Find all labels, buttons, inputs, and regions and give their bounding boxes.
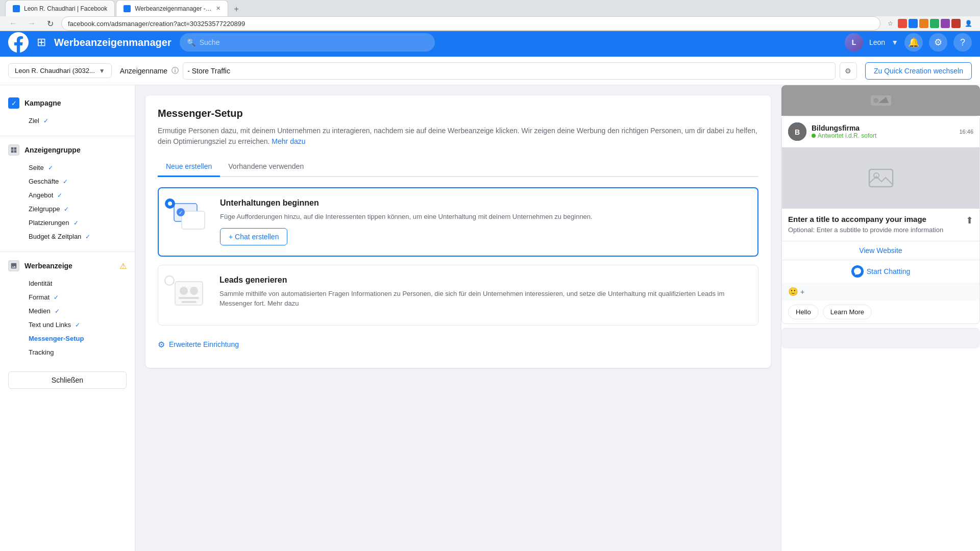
sidebar-item-messenger-setup[interactable]: Messenger-Setup [8,332,127,345]
sidebar-item-medien[interactable]: Medien ✓ [8,304,127,318]
adname-label: Anzeigenname [120,67,167,75]
adname-section: Anzeigenname ⓘ ⚙ [120,62,857,80]
format-label: Format [29,293,50,301]
sidebar-item-identitaet[interactable]: Identität [8,277,127,290]
settings-icon[interactable]: ⚙ [929,33,947,52]
leads-mehr-dazu-link[interactable]: Mehr dazu [267,299,299,307]
sidebar-item-platzierungen[interactable]: Platzierungen ✓ [8,216,127,230]
profile-icon[interactable]: 👤 [963,18,974,29]
help-icon[interactable]: ? [953,33,972,52]
settings-advanced-icon: ⚙ [158,340,165,349]
ext-4 [930,19,939,28]
adname-input[interactable] [183,62,836,80]
svg-rect-14 [869,169,893,187]
user-dropdown-icon[interactable]: ▼ [891,38,898,46]
share-icon[interactable]: ⬆ [966,215,973,226]
messenger-actions: View Website Start Chatting [782,241,979,283]
adname-info-icon[interactable]: ⓘ [172,66,179,76]
option-content-2: Leads generieren Sammle mithilfe von aut… [219,276,748,315]
chat-erstellen-button[interactable]: + Chat erstellen [220,228,287,245]
emoji-count: + [800,288,804,296]
sidebar-section-anzeigengruppe: Anzeigengruppe Seite ✓ Geschäfte ✓ Angeb… [0,140,135,247]
image-placeholder-icon [868,165,894,191]
messenger-setup-card: Messenger-Setup Ermutige Personen dazu, … [145,95,771,368]
seite-label: Seite [29,164,44,171]
werbeanzeige-header[interactable]: Werbeanzeige ⚠ [8,260,127,271]
quick-reply-learn-more[interactable]: Learn More [823,305,872,319]
user-name: Leon [869,38,885,46]
tab-favicon-1 [13,5,20,12]
option-title-1: Unterhaltungen beginnen [220,198,747,208]
view-website-button[interactable]: View Website [782,241,979,260]
tab-neue-erstellen[interactable]: Neue erstellen [158,157,220,177]
close-button[interactable]: Schließen [8,371,127,389]
start-chatting-button[interactable]: Start Chatting [782,260,979,283]
new-tab-button[interactable]: + [229,2,243,16]
adname-settings-icon[interactable]: ⚙ [840,62,857,80]
quick-creation-button[interactable]: Zu Quick Creation wechseln [865,62,972,80]
forward-button[interactable]: → [24,16,39,31]
sidebar-item-format[interactable]: Format ✓ [8,290,127,304]
advanced-setup-label: Erweiterte Einrichtung [169,340,239,348]
sidebar-item-angebot[interactable]: Angebot ✓ [8,188,127,202]
fb-logo [8,32,29,53]
kampagne-header[interactable]: ✓ Kampagne [8,97,127,109]
svg-text:B: B [795,128,800,136]
status-dot [812,134,816,138]
warning-icon: ⚠ [119,261,127,271]
sidebar-item-text-links[interactable]: Text und Links ✓ [8,318,127,332]
option-title-2: Leads generieren [219,276,748,285]
tab-vorhandene-verwenden[interactable]: Vorhandene verwenden [220,157,312,177]
sidebar-section-kampagne: ✓ Kampagne Ziel ✓ [0,93,135,132]
sidebar-item-seite[interactable]: Seite ✓ [8,161,127,174]
messenger-setup-label: Messenger-Setup [29,335,84,342]
sidebar-item-zielgruppe[interactable]: Zielgruppe ✓ [8,202,127,216]
advanced-setup[interactable]: ⚙ Erweiterte Einrichtung [158,334,758,356]
close-tab-icon[interactable]: ✕ [216,5,220,12]
sidebar-item-tracking[interactable]: Tracking [8,345,127,359]
sidebar-item-ziel[interactable]: Ziel ✓ [8,114,127,128]
content-area: Messenger-Setup Ermutige Personen dazu, … [135,85,980,551]
anzeigengruppe-header[interactable]: Anzeigengruppe [8,144,127,156]
quick-reply-hello[interactable]: Hello [788,305,819,319]
kampagne-icon: ✓ [8,97,19,109]
werbeanzeige-icon [8,260,19,271]
option-card-leads[interactable]: Leads generieren Sammle mithilfe von aut… [158,265,758,325]
chat-illustration: ✓ [172,198,207,234]
ext-6 [951,19,961,28]
sidebar-section-werbeanzeige: Werbeanzeige ⚠ Identität Format ✓ Medien… [0,256,135,363]
notifications-icon[interactable]: 🔔 [904,33,923,52]
account-selector[interactable]: Leon R. Chaudhari (3032... ▼ [8,63,112,78]
back-button[interactable]: ← [6,16,20,31]
browser-icons: ☆ 👤 [885,18,974,29]
tab-favicon-2 [124,5,131,12]
radio-unchecked-icon [164,276,175,286]
option-desc-1: Füge Aufforderungen hinzu, auf die Inter… [220,212,747,222]
platzierungen-check-icon: ✓ [74,219,79,227]
messenger-company-info: Bildungsfirma Antwortet i.d.R. sofort [812,124,876,139]
anzeigengruppe-icon [8,144,19,156]
avatar: L [845,33,863,52]
search-icon: 🔍 [187,38,195,46]
extension-icons [898,18,961,29]
search-input[interactable] [200,38,428,46]
browser-tab-1[interactable]: Leon R. Chaudhari | Facebook [5,0,115,16]
preview-bottom-bar [781,328,980,348]
svg-point-15 [874,173,879,178]
reload-button[interactable]: ↻ [43,16,57,31]
bookmark-icon[interactable]: ☆ [885,18,896,29]
mehr-dazu-link[interactable]: Mehr dazu [272,137,305,145]
werbeanzeige-title: Werbeanzeige [24,262,72,270]
browser-tab-2[interactable]: Werbeanzeigenmanager - Cr... ✕ [116,0,228,16]
app-grid-icon[interactable]: ⊞ [37,36,46,49]
browser-tabs: Leon R. Chaudhari | Facebook Werbeanzeig… [0,0,980,16]
company-avatar: B [788,122,806,141]
address-bar[interactable]: facebook.com/adsmanager/creation?act=303… [61,16,880,31]
search-bar[interactable]: 🔍 [180,33,435,52]
sidebar-item-budget[interactable]: Budget & Zeitplan ✓ [8,230,127,243]
option-card-unterhaltungen[interactable]: ✓ Unterhaltungen beginnen Füge Aufforder… [158,187,758,257]
anzeigengruppe-title: Anzeigengruppe [24,146,81,154]
svg-rect-8 [181,301,197,303]
emoji-icon: 🙂 [788,287,798,296]
sidebar-item-geschaefte[interactable]: Geschäfte ✓ [8,174,127,188]
